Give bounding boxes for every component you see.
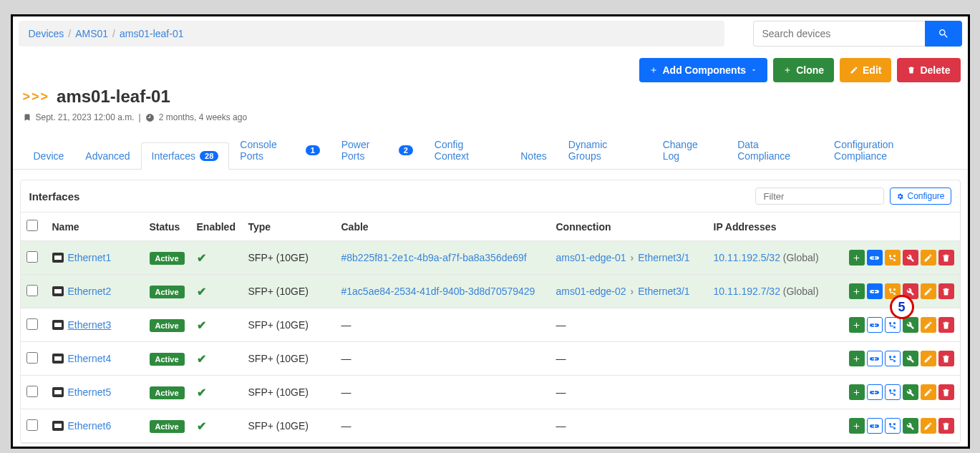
type-cell: SFP+ (10GE) xyxy=(243,342,336,376)
tab-device[interactable]: Device xyxy=(23,142,75,169)
breadcrumb-site[interactable]: AMS01 xyxy=(75,28,108,39)
tab-notes[interactable]: Notes xyxy=(510,142,558,169)
interface-link[interactable]: Ethernet6 xyxy=(68,420,112,432)
add-ip-button[interactable] xyxy=(849,351,865,366)
delete-interface-button[interactable] xyxy=(938,283,954,299)
edit-interface-button[interactable] xyxy=(921,351,936,366)
breadcrumb-root[interactable]: Devices xyxy=(29,28,64,39)
enabled-check: ✔ xyxy=(191,409,243,443)
lldp-button[interactable] xyxy=(885,283,901,299)
row-checkbox[interactable] xyxy=(26,285,38,296)
tab-data-compliance[interactable]: Data Compliance xyxy=(727,131,823,169)
search-input[interactable] xyxy=(753,21,925,47)
clone-button[interactable]: Clone xyxy=(773,58,834,82)
table-row: Ethernet1Active✔SFP+ (10GE)#8b225f81-2e1… xyxy=(21,241,960,275)
edit-interface-button[interactable] xyxy=(921,250,936,266)
tab-dynamic-groups[interactable]: Dynamic Groups xyxy=(558,131,652,169)
caret-down-icon xyxy=(750,67,757,74)
table-row: Ethernet5Active✔SFP+ (10GE)—— xyxy=(21,376,960,409)
lldp-button[interactable] xyxy=(885,250,901,266)
row-checkbox[interactable] xyxy=(26,318,38,330)
select-all-checkbox[interactable] xyxy=(26,220,38,231)
connection-device-link[interactable]: ams01-edge-01 xyxy=(556,252,626,263)
delete-button[interactable]: Delete xyxy=(897,58,960,82)
connect-button[interactable] xyxy=(867,317,883,333)
breadcrumb-device[interactable]: ams01-leaf-01 xyxy=(120,28,184,39)
add-ip-button[interactable] xyxy=(849,283,865,299)
col-ip: IP Addresses xyxy=(708,213,840,241)
connect-button[interactable] xyxy=(867,384,883,400)
filter-input[interactable] xyxy=(755,187,884,205)
breadcrumb: Devices / AMS01 / ams01-leaf-01 xyxy=(19,21,724,47)
search-button[interactable] xyxy=(925,21,962,47)
row-checkbox[interactable] xyxy=(26,352,38,364)
ip-scope: (Global) xyxy=(783,286,819,297)
attach-button[interactable] xyxy=(885,317,901,333)
trace-button[interactable] xyxy=(867,250,883,266)
mark-connected-button[interactable] xyxy=(903,351,918,366)
connection-empty: — xyxy=(550,376,708,409)
table-row: Ethernet4Active✔SFP+ (10GE)—— xyxy=(21,342,960,376)
edit-interface-button[interactable] xyxy=(921,283,936,299)
delete-interface-button[interactable] xyxy=(938,418,954,434)
interface-link[interactable]: Ethernet3 xyxy=(68,319,112,331)
connection-interface-link[interactable]: Ethernet3/1 xyxy=(638,252,689,263)
delete-interface-button[interactable] xyxy=(938,384,954,400)
clock-icon xyxy=(145,113,155,122)
connection-device-link[interactable]: ams01-edge-02 xyxy=(556,286,626,297)
cable-link[interactable]: #1ac5ae84-2534-41df-940b-3d8d70579429 xyxy=(341,286,535,297)
attach-button[interactable] xyxy=(885,351,901,366)
delete-interface-button[interactable] xyxy=(938,317,954,333)
tab-config-compliance[interactable]: Configuration Compliance xyxy=(823,131,957,169)
power-count-badge: 2 xyxy=(399,145,413,155)
row-checkbox[interactable] xyxy=(26,386,38,397)
col-connection: Connection xyxy=(550,213,708,241)
configure-button[interactable]: Configure xyxy=(890,187,951,205)
interface-link[interactable]: Ethernet5 xyxy=(68,386,112,398)
interface-link[interactable]: Ethernet2 xyxy=(68,286,112,297)
enabled-check: ✔ xyxy=(191,241,243,275)
connect-button[interactable] xyxy=(867,418,883,434)
port-icon xyxy=(52,286,64,296)
add-ip-button[interactable] xyxy=(849,384,865,400)
mark-connected-button[interactable] xyxy=(903,418,918,434)
connect-button[interactable] xyxy=(867,351,883,366)
tab-console-ports[interactable]: Console Ports 1 xyxy=(229,131,330,169)
edit-interface-button[interactable] xyxy=(921,317,936,333)
disconnect-button[interactable] xyxy=(903,283,918,299)
add-ip-button[interactable] xyxy=(849,250,865,266)
ip-link[interactable]: 10.11.192.5/32 xyxy=(714,252,780,263)
attach-button[interactable] xyxy=(885,418,901,434)
type-cell: SFP+ (10GE) xyxy=(243,275,336,308)
add-components-button[interactable]: Add Components xyxy=(639,58,767,82)
attach-button[interactable] xyxy=(885,384,901,400)
row-checkbox[interactable] xyxy=(26,419,38,431)
tab-advanced[interactable]: Advanced xyxy=(74,142,140,169)
add-ip-button[interactable] xyxy=(849,418,865,434)
delete-interface-button[interactable] xyxy=(938,250,954,266)
tab-interfaces[interactable]: Interfaces 28 xyxy=(141,142,230,170)
row-checkbox[interactable] xyxy=(26,251,38,263)
tab-change-log[interactable]: Change Log xyxy=(652,131,727,169)
cable-link[interactable]: #8b225f81-2e1c-4b9a-af7f-ba8a356de69f xyxy=(341,252,527,263)
edit-interface-button[interactable] xyxy=(921,418,936,434)
console-count-badge: 1 xyxy=(306,145,320,155)
mark-connected-button[interactable] xyxy=(903,317,918,333)
interface-link[interactable]: Ethernet1 xyxy=(68,252,112,263)
panel-title: Interfaces xyxy=(29,190,80,203)
edit-button[interactable]: Edit xyxy=(840,58,891,82)
ip-link[interactable]: 10.11.192.7/32 xyxy=(714,286,780,297)
tab-power-ports[interactable]: Power Ports 2 xyxy=(331,131,424,169)
connection-interface-link[interactable]: Ethernet3/1 xyxy=(638,286,689,297)
add-ip-button[interactable] xyxy=(849,317,865,333)
delete-interface-button[interactable] xyxy=(938,351,954,366)
col-type: Type xyxy=(243,213,336,241)
edit-interface-button[interactable] xyxy=(921,384,936,400)
tab-config-context[interactable]: Config Context xyxy=(424,131,510,169)
ip-scope: (Global) xyxy=(783,252,819,263)
trace-button[interactable] xyxy=(867,283,883,299)
interface-link[interactable]: Ethernet4 xyxy=(68,353,112,364)
mark-connected-button[interactable] xyxy=(903,384,918,400)
status-badge: Active xyxy=(150,353,185,366)
disconnect-button[interactable] xyxy=(903,250,918,266)
